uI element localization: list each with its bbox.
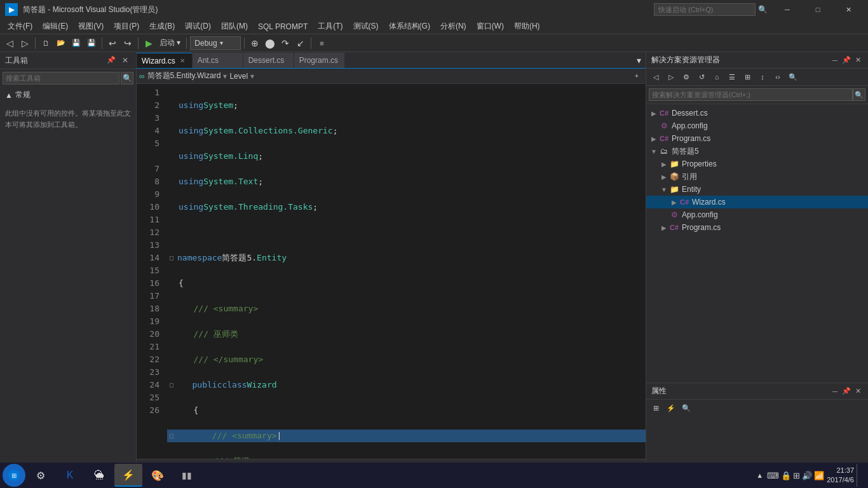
tree-item-references[interactable]: ▶ 📦 引用 [646, 170, 868, 183]
expand-references[interactable]: ▶ [659, 172, 669, 182]
tree-item-wizard[interactable]: ▶ C# Wizard.cs [646, 196, 868, 208]
prop-dock-button[interactable]: ─ [830, 386, 840, 396]
clock[interactable]: 21:37 2017/4/6 [827, 466, 854, 485]
se-search-button[interactable]: 🔍 [853, 88, 865, 101]
taskbar-weather[interactable]: 🌦 [85, 464, 113, 487]
breakpoint-button[interactable]: ⬤ [263, 36, 277, 50]
se-back-button[interactable]: ◁ [649, 70, 663, 84]
menu-arch[interactable]: 体系结构(G) [384, 19, 435, 34]
toolbox-section-header: ▲ 常规 [5, 90, 131, 100]
tree-item-entity[interactable]: ▼ 📁 Entity [646, 183, 868, 196]
prop-close-button[interactable]: ✕ [853, 386, 863, 396]
tree-label-properties: Properties [682, 159, 717, 168]
prop-events-button[interactable]: 🔍 [679, 401, 693, 415]
se-pin-button[interactable]: 📌 [841, 55, 851, 65]
tree-item-appconfig-proj[interactable]: ⚙ App.config [646, 208, 868, 221]
se-search-input[interactable] [649, 88, 853, 101]
se-refresh-button[interactable]: ↺ [695, 70, 709, 84]
expand-properties[interactable]: ▶ [659, 159, 669, 169]
toolbox-search-input[interactable] [3, 72, 119, 85]
fold-button-12[interactable]: □ [167, 381, 176, 390]
fold-button-14[interactable]: □ [167, 431, 176, 440]
save-button[interactable]: 💾 [69, 36, 83, 50]
se-filter-button[interactable]: ⊞ [740, 70, 754, 84]
taskbar-paint[interactable]: 🎨 [144, 464, 172, 487]
menu-team[interactable]: 团队(M) [216, 19, 253, 34]
menu-build[interactable]: 生成(B) [144, 19, 180, 34]
expand-wizard[interactable]: ▶ [669, 197, 679, 207]
back-button[interactable]: ◁ [3, 36, 17, 50]
se-view-button[interactable]: 🔍 [786, 70, 800, 84]
step-into-button[interactable]: ↙ [294, 36, 308, 50]
undo-button[interactable]: ↩ [105, 36, 119, 50]
se-forward-button[interactable]: ▷ [664, 70, 678, 84]
se-dock-button[interactable]: ─ [830, 55, 840, 65]
taskbar-cmd[interactable]: ▮▮ [173, 464, 201, 487]
tab-program[interactable]: Program.cs [294, 53, 345, 68]
se-close-button[interactable]: ✕ [853, 55, 863, 65]
menu-analyze[interactable]: 分析(N) [435, 19, 471, 34]
toolbox-search-button[interactable]: 🔍 [121, 72, 133, 85]
tray-arrow[interactable]: ▲ [756, 471, 763, 479]
taskbar-vs[interactable]: ⚡ [114, 464, 142, 487]
menu-file[interactable]: 文件(F) [3, 19, 37, 34]
se-sync-button[interactable]: ↕ [756, 70, 770, 84]
expand-entity[interactable]: ▼ [659, 184, 669, 194]
tree-item-program-top[interactable]: ▶ C# Program.cs [646, 132, 868, 145]
toolbox-search: 🔍 [0, 69, 136, 87]
tree-item-properties[interactable]: ▶ 📁 Properties [646, 158, 868, 170]
start-debug-button[interactable]: ▶ [142, 36, 156, 50]
prop-sort-button[interactable]: ⚡ [664, 401, 678, 415]
more-btn[interactable]: ≡ [315, 36, 329, 50]
toolbox-pin-button[interactable]: 📌 [104, 55, 118, 66]
open-button[interactable]: 📂 [54, 36, 68, 50]
menu-window[interactable]: 窗口(W) [471, 19, 509, 34]
se-properties-button[interactable]: ⚙ [679, 70, 693, 84]
prop-grid-button[interactable]: ⊞ [649, 401, 663, 415]
menu-debug[interactable]: 调试(D) [180, 19, 216, 34]
tree-item-appconfig-top[interactable]: ⚙ App.config [646, 119, 868, 132]
tab-wizard-close[interactable]: ✕ [178, 57, 187, 65]
expand-program-top[interactable]: ▶ [649, 133, 659, 144]
attach-button[interactable]: ⊕ [248, 36, 262, 50]
tab-list-button[interactable]: ▾ [632, 53, 646, 68]
prop-pin-button[interactable]: 📌 [841, 386, 851, 396]
tab-ant[interactable]: Ant.cs [193, 53, 243, 68]
minimize-button[interactable]: ─ [773, 0, 802, 19]
tab-wizard[interactable]: Wizard.cs ✕ [137, 53, 193, 68]
nav-expand-button[interactable]: + [630, 70, 643, 83]
menu-tools[interactable]: 工具(T) [313, 19, 348, 34]
se-code-view-button[interactable]: ‹› [771, 70, 785, 84]
close-button[interactable]: ✕ [834, 0, 863, 19]
redo-button[interactable]: ↪ [121, 36, 135, 50]
menu-sql[interactable]: SQL PROMPT [253, 19, 313, 34]
save-all-button[interactable]: 💾 [85, 36, 98, 50]
forward-button[interactable]: ▷ [18, 36, 32, 50]
tree-item-program-proj[interactable]: ▶ C# Program.cs [646, 221, 868, 234]
show-desktop-button[interactable] [857, 464, 860, 487]
tab-dessert[interactable]: Dessert.cs [243, 53, 294, 68]
tree-item-dessert-top[interactable]: ▶ C# Dessert.cs [646, 107, 868, 119]
menu-help[interactable]: 帮助(H) [509, 19, 545, 34]
menu-test[interactable]: 测试(S) [348, 19, 384, 34]
new-project-button[interactable]: 🗋 [39, 36, 53, 50]
menu-edit[interactable]: 编辑(E) [37, 19, 73, 34]
start-button[interactable]: ⊞ [3, 464, 25, 487]
expand-dessert-top[interactable]: ▶ [649, 108, 659, 118]
step-over-button[interactable]: ↷ [278, 36, 292, 50]
se-home-button[interactable]: ⌂ [710, 70, 724, 84]
taskbar-settings[interactable]: ⚙ [27, 464, 55, 487]
expand-program-proj[interactable]: ▶ [659, 222, 669, 233]
taskbar-kde[interactable]: K [56, 464, 84, 487]
code-text-area[interactable]: using System; using System.Collections.G… [162, 84, 646, 459]
menu-project[interactable]: 项目(P) [109, 19, 144, 34]
config-dropdown[interactable]: Debug ▾ [190, 36, 241, 50]
quick-launch-input[interactable] [654, 3, 756, 16]
tree-item-project[interactable]: ▼ 🗂 简答题5 [646, 145, 868, 158]
se-show-all-button[interactable]: ☰ [725, 70, 739, 84]
expand-project[interactable]: ▼ [649, 146, 659, 156]
maximize-button[interactable]: □ [803, 0, 832, 19]
menu-view[interactable]: 视图(V) [73, 19, 109, 34]
fold-button-7[interactable]: □ [167, 254, 176, 262]
toolbox-close-button[interactable]: ✕ [119, 55, 131, 66]
